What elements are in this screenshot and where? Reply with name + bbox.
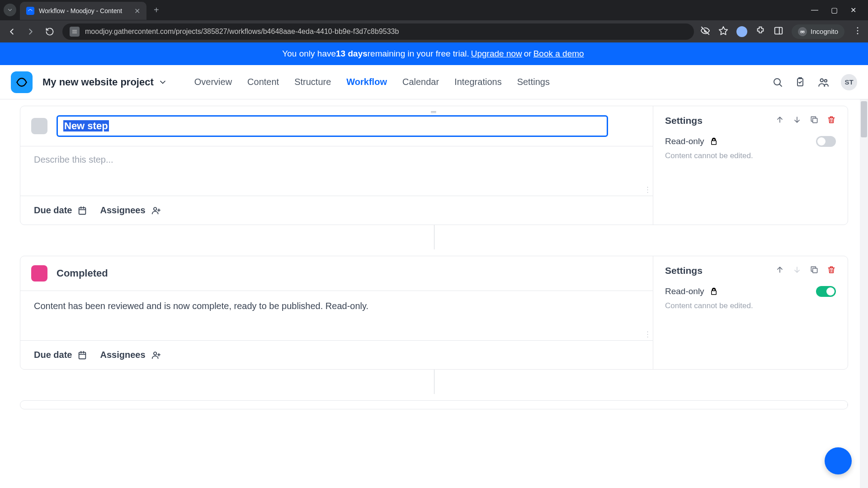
browser-menu-button[interactable] <box>853 26 863 38</box>
site-info-icon[interactable] <box>70 27 80 37</box>
svg-point-5 <box>857 33 859 34</box>
sidepanel-icon[interactable] <box>774 26 783 38</box>
workflow-content: ═ New step Describe this step... ⋰ Due d… <box>0 99 868 488</box>
nav-content[interactable]: Content <box>247 77 279 87</box>
search-button[interactable] <box>772 77 783 88</box>
scrollbar[interactable] <box>860 99 868 488</box>
duplicate-button[interactable] <box>810 115 819 126</box>
chat-fab[interactable] <box>825 447 852 474</box>
readonly-label: Read-only <box>665 286 704 296</box>
chevron-down-icon <box>158 78 167 87</box>
nav-integrations[interactable]: Integrations <box>454 77 502 87</box>
assignees-button[interactable]: Assignees <box>100 350 160 360</box>
duplicate-button[interactable] <box>810 265 819 276</box>
svg-rect-15 <box>813 268 817 273</box>
workflow-step-card: Completed Content has been reviewed and … <box>20 256 848 370</box>
readonly-toggle[interactable] <box>816 286 836 297</box>
assignees-button[interactable]: Assignees <box>100 205 160 216</box>
add-person-icon <box>151 350 161 360</box>
nav-calendar[interactable]: Calendar <box>402 77 439 87</box>
tab-title: Workflow - Moodjoy - Content <box>39 7 130 14</box>
move-up-button[interactable] <box>775 115 784 126</box>
reload-button[interactable] <box>43 27 56 36</box>
upgrade-link[interactable]: Upgrade now <box>471 49 522 59</box>
book-demo-link[interactable]: Book a demo <box>533 49 584 59</box>
user-avatar[interactable]: ST <box>841 74 857 90</box>
drag-handle-icon[interactable]: ═ <box>431 108 437 116</box>
delete-button[interactable] <box>827 265 836 276</box>
svg-point-6 <box>774 79 780 85</box>
incognito-icon <box>798 27 807 36</box>
favicon-icon <box>26 7 34 15</box>
minimize-button[interactable]: — <box>811 6 818 14</box>
url-field[interactable]: moodjoy.gathercontent.com/projects/38582… <box>62 23 694 40</box>
svg-point-9 <box>825 80 827 82</box>
project-name: My new website project <box>42 76 154 88</box>
forward-button[interactable] <box>24 27 37 37</box>
step-color-chip[interactable] <box>31 265 47 282</box>
svg-point-14 <box>153 352 156 355</box>
trial-banner: You only have 13 days remaining in your … <box>0 42 868 65</box>
workflow-step-card: ═ New step Describe this step... ⋰ Due d… <box>20 106 848 225</box>
due-date-button[interactable]: Due date <box>34 350 87 360</box>
eye-off-icon[interactable] <box>700 26 710 38</box>
readonly-hint: Content cannot be edited. <box>665 151 836 160</box>
calendar-icon <box>77 350 87 360</box>
add-step-divider[interactable] <box>20 370 848 394</box>
workflow-step-card <box>20 400 848 409</box>
delete-button[interactable] <box>827 115 836 126</box>
move-down-button[interactable] <box>793 115 802 126</box>
step-title-input[interactable]: New step <box>57 115 608 137</box>
maximize-button[interactable]: ▢ <box>831 6 838 14</box>
nav-settings[interactable]: Settings <box>517 77 550 87</box>
svg-rect-13 <box>79 352 86 359</box>
close-tab-button[interactable]: ✕ <box>134 7 140 15</box>
svg-rect-10 <box>79 207 86 214</box>
project-switcher[interactable]: My new website project <box>42 76 167 88</box>
tab-bar: Workflow - Moodjoy - Content ✕ + — ▢ ✕ <box>0 0 868 20</box>
people-icon[interactable] <box>817 76 829 88</box>
due-date-button[interactable]: Due date <box>34 205 87 216</box>
tabs-dropdown-button[interactable] <box>4 4 16 16</box>
add-step-divider[interactable] <box>20 225 848 249</box>
nav-workflow[interactable]: Workflow <box>346 77 387 87</box>
window-controls: — ▢ ✕ <box>811 6 864 14</box>
nav-structure[interactable]: Structure <box>294 77 331 87</box>
extensions-icon[interactable] <box>755 26 765 38</box>
step-title[interactable]: Completed <box>57 267 108 279</box>
settings-title: Settings <box>665 115 769 126</box>
move-up-button[interactable] <box>775 265 784 276</box>
svg-point-8 <box>821 79 824 82</box>
readonly-label: Read-only <box>665 136 704 146</box>
browser-chrome: Workflow - Moodjoy - Content ✕ + — ▢ ✕ m… <box>0 0 868 42</box>
step-settings-panel: Settings Read-only Content cannot be edi… <box>653 256 848 369</box>
browser-tab[interactable]: Workflow - Moodjoy - Content ✕ <box>20 2 146 20</box>
settings-title: Settings <box>665 265 769 276</box>
app-logo[interactable] <box>11 71 33 93</box>
trial-days: 13 days <box>336 49 368 59</box>
close-window-button[interactable]: ✕ <box>850 6 856 14</box>
step-color-chip[interactable] <box>31 118 47 134</box>
readonly-toggle[interactable] <box>816 136 836 147</box>
bookmark-icon[interactable] <box>718 26 728 38</box>
address-bar: moodjoy.gathercontent.com/projects/38582… <box>0 20 868 42</box>
nav-overview[interactable]: Overview <box>194 77 232 87</box>
step-settings-panel: Settings Read-only Content cannot be edi… <box>653 106 848 225</box>
main-nav: Overview Content Structure Workflow Cale… <box>194 77 550 87</box>
clipboard-icon[interactable] <box>795 77 806 88</box>
step-description-input[interactable]: Describe this step... ⋰ <box>20 146 653 196</box>
add-person-icon <box>151 206 161 216</box>
svg-point-3 <box>857 27 859 28</box>
lock-icon <box>710 287 718 296</box>
resize-handle-icon[interactable]: ⋰ <box>643 186 651 194</box>
calendar-icon <box>77 206 87 216</box>
url-text: moodjoy.gathercontent.com/projects/38582… <box>85 28 399 36</box>
new-tab-button[interactable]: + <box>150 5 163 15</box>
back-button[interactable] <box>5 27 18 37</box>
scrollbar-thumb[interactable] <box>861 101 867 137</box>
resize-handle-icon[interactable]: ⋰ <box>643 330 651 338</box>
profile-icon[interactable] <box>736 26 747 37</box>
readonly-hint: Content cannot be edited. <box>665 301 836 310</box>
incognito-badge[interactable]: Incognito <box>792 24 844 39</box>
step-description-input[interactable]: Content has been reviewed and is now com… <box>20 291 653 340</box>
